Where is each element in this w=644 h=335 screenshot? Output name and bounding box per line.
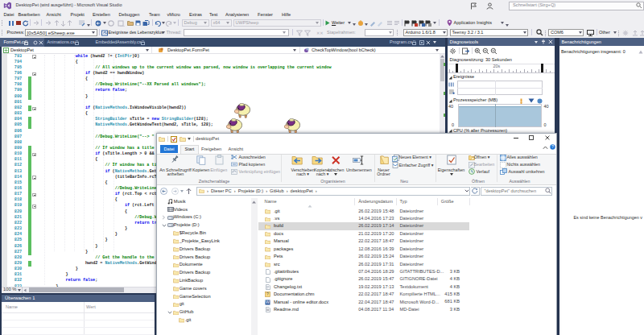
- svg-text:?: ?: [551, 144, 554, 149]
- svg-text:?: ?: [266, 292, 269, 297]
- svg-text:W: W: [266, 300, 270, 304]
